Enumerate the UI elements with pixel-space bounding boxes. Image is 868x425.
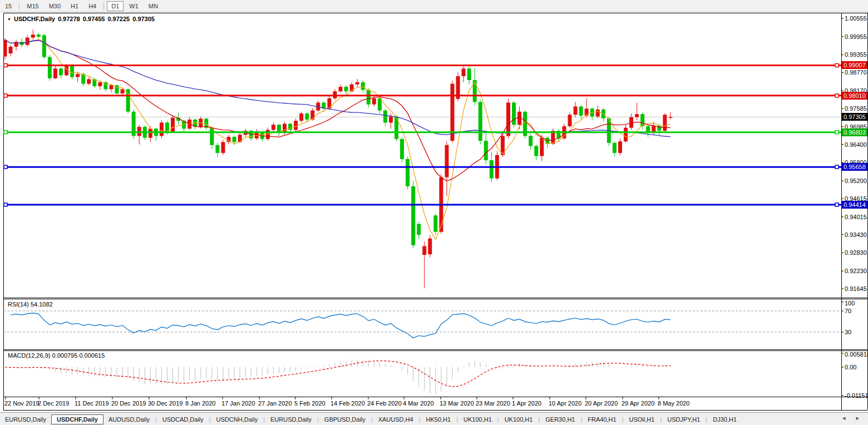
price-tick-label: 0.93430 xyxy=(845,231,867,238)
date-label: 1 Apr 2020 xyxy=(512,400,541,407)
ohlc-low: 0.97225 xyxy=(107,16,130,22)
price-tick-label: 0.96400 xyxy=(845,141,867,148)
chart-tab-eurusd-daily[interactable]: EURUSD,Daily xyxy=(265,414,317,424)
macd-axis-label: 0.00 xyxy=(845,364,856,370)
macd-axis-label: -0.01151 xyxy=(845,392,868,399)
rsi-axis-label: 70 xyxy=(845,308,851,314)
ohlc-open: 0.97278 xyxy=(58,16,80,22)
macd-label: MACD(12,26,9) 0.000795 0.000615 xyxy=(8,352,105,359)
date-label: 23 Mar 2020 xyxy=(476,400,510,407)
chart-tab-audusd-daily[interactable]: AUDUSD,Daily xyxy=(103,414,155,424)
date-label: 8 Jan 2020 xyxy=(185,400,215,407)
price-tick-label: 0.98770 xyxy=(845,69,867,76)
date-label: 13 Mar 2020 xyxy=(440,400,474,407)
chart-tab-usdcnh-daily[interactable]: USDCNH,Daily xyxy=(211,414,263,424)
chart-tab-eurusd-daily[interactable]: EURUSD,Daily xyxy=(0,414,51,424)
date-label: 20 Dec 2019 xyxy=(111,400,146,407)
chart-tab-gbpusd-daily[interactable]: GBPUSD,Daily xyxy=(319,414,371,424)
price-tick-label: 0.91645 xyxy=(845,285,867,292)
ohlc-high: 0.97455 xyxy=(83,16,105,22)
chart-title: ▼ USDCHF,Daily 0.97278 0.97455 0.97225 0… xyxy=(7,16,155,22)
macd-axis-label: 0.005818 xyxy=(845,351,868,358)
price-tick-label: 0.99955 xyxy=(845,33,867,40)
price-tick-label: 1.00555 xyxy=(845,15,867,22)
date-label: 4 Mar 2020 xyxy=(403,400,434,407)
date-label: 14 Feb 2020 xyxy=(331,400,365,407)
chart-symbol: USDCHF,Daily xyxy=(14,16,55,22)
chart-tab-dj30-h1[interactable]: DJ30,H1 xyxy=(708,414,742,424)
date-label: 11 Dec 2019 xyxy=(75,400,109,407)
mt4-window: 15M15M30H1H4D1W1MN ▼ USDCHF,Daily 0.9727… xyxy=(0,0,868,425)
date-label: 22 Nov 2019 xyxy=(4,400,39,407)
chart-tab-uk100-h1[interactable]: UK100,H1 xyxy=(458,414,497,424)
chart-tab-uk100-h1[interactable]: UK100,H1 xyxy=(500,414,538,424)
date-label: 5 Feb 2020 xyxy=(294,400,326,407)
chart-tab-usoil-h1[interactable]: USOil,H1 xyxy=(624,414,660,424)
chart-tab-usdjpy-h1[interactable]: USDJPY,H1 xyxy=(662,414,705,424)
chart-tab-fra40-h1[interactable]: FRA40,H1 xyxy=(583,414,621,424)
chart-canvas[interactable] xyxy=(0,0,868,425)
current-price-badge: 0.97305 xyxy=(842,113,867,121)
date-label: 24 Feb 2020 xyxy=(367,400,402,407)
tab-scroll-arrows[interactable]: ◂ ▸ xyxy=(842,414,864,422)
date-label: 30 Dec 2019 xyxy=(148,400,183,407)
rsi-axis-label: 100 xyxy=(845,300,855,307)
price-tick-label: 0.99355 xyxy=(845,51,867,58)
chart-tab-xauusd-h4[interactable]: XAUUSD,H4 xyxy=(373,414,418,424)
chart-dropdown-icon[interactable]: ▼ xyxy=(7,17,11,21)
price-tick-label: 0.95200 xyxy=(845,177,867,184)
level-price-badge: 0.96803 xyxy=(842,129,867,136)
level-price-badge: 0.95658 xyxy=(842,163,867,171)
date-label: 29 Apr 2020 xyxy=(622,400,654,407)
date-label: 10 Apr 2020 xyxy=(549,400,581,407)
rsi-axis-label: 30 xyxy=(845,329,851,335)
ohlc-close: 0.97305 xyxy=(132,16,155,22)
date-label: 17 Jan 2020 xyxy=(221,400,255,407)
price-tick-label: 0.97585 xyxy=(845,105,867,112)
date-label: 20 Apr 2020 xyxy=(585,400,618,407)
chart-tab-usdchf-daily[interactable]: USDCHF,Daily xyxy=(51,414,103,424)
date-label: 27 Jan 2020 xyxy=(258,400,292,407)
price-tick-label: 0.94015 xyxy=(845,214,867,220)
level-price-badge: 0.98010 xyxy=(842,92,867,100)
date-label: 2 Dec 2019 xyxy=(38,400,69,407)
price-tick-label: 0.92230 xyxy=(845,268,867,274)
chart-tab-ger30-h1[interactable]: GER30,H1 xyxy=(540,414,580,424)
chart-tab-hk50-h1[interactable]: HK50,H1 xyxy=(421,414,456,424)
chart-tab-usdcad-daily[interactable]: USDCAD,Daily xyxy=(157,414,209,424)
price-tick-label: 0.92830 xyxy=(845,249,867,256)
level-price-badge: 0.94414 xyxy=(842,201,867,209)
chart-tab-bar: EURUSD,DailyUSDCHF,DailyAUDUSD,Daily|USD… xyxy=(0,412,868,425)
level-price-badge: 0.99007 xyxy=(842,61,867,69)
rsi-label: RSI(14) 54.1082 xyxy=(8,301,53,308)
date-label: 8 May 2020 xyxy=(658,400,689,407)
